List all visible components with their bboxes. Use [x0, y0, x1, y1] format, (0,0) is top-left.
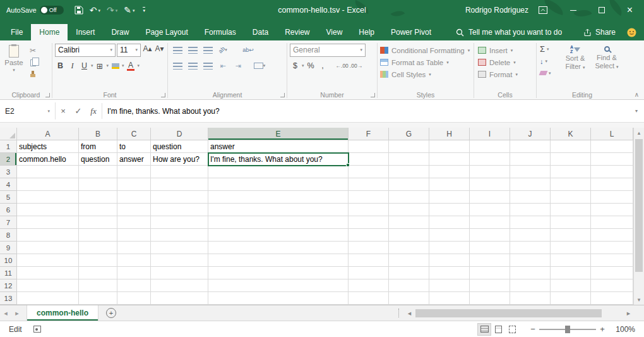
cell-b5[interactable]: [79, 191, 117, 204]
row-header-1[interactable]: 1: [0, 140, 17, 153]
collapse-ribbon-icon[interactable]: ∧: [635, 91, 639, 98]
zoom-in-icon[interactable]: +: [597, 324, 607, 334]
cell-d4[interactable]: [151, 178, 208, 191]
cell-d5[interactable]: [151, 191, 208, 204]
cell-a12[interactable]: [17, 279, 79, 292]
save-button[interactable]: [71, 6, 86, 15]
format-painter-button[interactable]: [27, 70, 39, 80]
zoom-out-icon[interactable]: −: [528, 324, 538, 334]
cell-i5[interactable]: [470, 191, 510, 204]
formula-input[interactable]: I'm fine, thanks. What about you?: [103, 102, 630, 119]
copy-button[interactable]: [27, 58, 39, 68]
cell-d10[interactable]: [151, 254, 208, 267]
cell-l12[interactable]: [591, 279, 633, 292]
cell-k5[interactable]: [551, 191, 591, 204]
cell-f7[interactable]: [349, 216, 389, 229]
sort-filter-button[interactable]: AZ Sort & Filter ▾: [559, 43, 591, 90]
cell-g4[interactable]: [389, 178, 429, 191]
cell-c8[interactable]: [117, 229, 151, 242]
tab-page-layout[interactable]: Page Layout: [137, 24, 196, 40]
cell-h11[interactable]: [429, 267, 470, 279]
macro-record-icon[interactable]: [33, 326, 41, 333]
cell-l3[interactable]: [591, 166, 633, 178]
cell-k11[interactable]: [551, 267, 591, 279]
wrap-text-icon[interactable]: ab↩: [241, 44, 255, 56]
cell-e4[interactable]: [208, 178, 349, 191]
cell-f6[interactable]: [349, 204, 389, 216]
cell-d7[interactable]: [151, 216, 208, 229]
cell-f3[interactable]: [349, 166, 389, 178]
clear-button[interactable]: ▾: [538, 67, 559, 79]
undo-button[interactable]: ↶▾: [86, 6, 104, 15]
cell-a11[interactable]: [17, 267, 79, 279]
cell-h3[interactable]: [429, 166, 470, 178]
cell-e7[interactable]: [208, 216, 349, 229]
cell-h12[interactable]: [429, 279, 470, 292]
delete-cells-button[interactable]: Delete▾: [475, 56, 535, 68]
borders-button[interactable]: ⊞: [95, 60, 105, 72]
cell-l5[interactable]: [591, 191, 633, 204]
cell-f2[interactable]: [349, 153, 389, 166]
column-header-k[interactable]: K: [551, 128, 591, 140]
cell-l7[interactable]: [591, 216, 633, 229]
column-header-i[interactable]: I: [470, 128, 510, 140]
cell-e2[interactable]: I'm fine, thanks. What about you?: [208, 153, 349, 166]
cell-h13[interactable]: [429, 292, 470, 305]
row-header-9[interactable]: 9: [0, 242, 17, 254]
name-box-chevron-icon[interactable]: ▾: [47, 109, 50, 114]
cell-i11[interactable]: [470, 267, 510, 279]
cell-l4[interactable]: [591, 178, 633, 191]
cell-b12[interactable]: [79, 279, 117, 292]
column-header-c[interactable]: C: [117, 128, 151, 140]
feedback-smiley-icon[interactable]: [627, 28, 636, 37]
chevron-down-icon[interactable]: ▾: [91, 63, 93, 68]
cell-f1[interactable]: [349, 140, 389, 153]
cell-e3[interactable]: [208, 166, 349, 178]
cell-f8[interactable]: [349, 229, 389, 242]
cell-k1[interactable]: [551, 140, 591, 153]
cell-a9[interactable]: [17, 242, 79, 254]
ribbon-display-options-button[interactable]: [539, 6, 547, 14]
font-name-combobox[interactable]: Calibri▾: [55, 44, 116, 57]
cell-g10[interactable]: [389, 254, 429, 267]
redo-button[interactable]: ↷▾: [104, 6, 121, 15]
cell-j6[interactable]: [510, 204, 551, 216]
column-header-b[interactable]: B: [79, 128, 117, 140]
cell-h1[interactable]: [429, 140, 470, 153]
increase-decimal-icon[interactable]: ←.00: [336, 60, 349, 72]
tab-review[interactable]: Review: [277, 24, 318, 40]
tab-help[interactable]: Help: [350, 24, 383, 40]
cell-c7[interactable]: [117, 216, 151, 229]
row-header-11[interactable]: 11: [0, 267, 17, 279]
align-right-icon[interactable]: [201, 60, 215, 72]
cell-h4[interactable]: [429, 178, 470, 191]
vertical-scrollbar[interactable]: ▴ ▾: [633, 128, 644, 305]
decrease-decimal-icon[interactable]: .00→: [350, 60, 362, 72]
font-dialog-launcher-icon[interactable]: [161, 93, 165, 97]
name-box[interactable]: E2 ▾: [0, 102, 56, 119]
cell-l6[interactable]: [591, 204, 633, 216]
font-size-combobox[interactable]: 11▾: [117, 44, 141, 57]
share-button[interactable]: Share: [583, 28, 616, 37]
cell-f10[interactable]: [349, 254, 389, 267]
cut-button[interactable]: ✂: [27, 46, 39, 56]
cell-j3[interactable]: [510, 166, 551, 178]
decrease-indent-icon[interactable]: ⇤: [216, 60, 230, 72]
cell-c11[interactable]: [117, 267, 151, 279]
column-header-h[interactable]: H: [429, 128, 470, 140]
cell-f12[interactable]: [349, 279, 389, 292]
vertical-scrollbar-thumb[interactable]: [635, 139, 643, 272]
cell-a10[interactable]: [17, 254, 79, 267]
cell-c9[interactable]: [117, 242, 151, 254]
maximize-button[interactable]: [587, 0, 616, 20]
cell-d1[interactable]: question: [151, 140, 208, 153]
tab-file[interactable]: File: [3, 24, 31, 40]
cell-l1[interactable]: [591, 140, 633, 153]
cell-b7[interactable]: [79, 216, 117, 229]
row-header-12[interactable]: 12: [0, 279, 17, 292]
cell-j2[interactable]: [510, 153, 551, 166]
cell-k8[interactable]: [551, 229, 591, 242]
horizontal-scrollbar-thumb[interactable]: [415, 309, 602, 317]
cell-j12[interactable]: [510, 279, 551, 292]
insert-function-button[interactable]: fx: [86, 102, 101, 119]
